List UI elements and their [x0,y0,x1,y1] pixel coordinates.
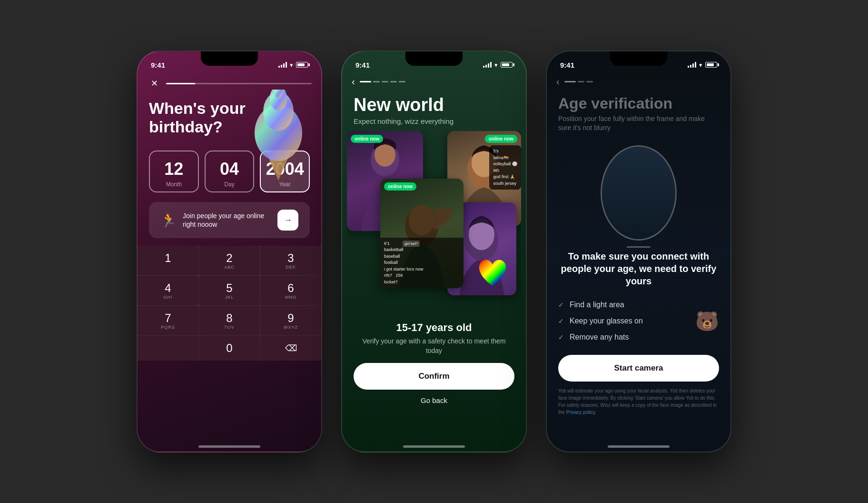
check-item-2: ✓ Keep your glasses on 🐻 [558,313,719,329]
age-title: 15-17 years old [354,322,514,334]
confirm-button[interactable]: Confirm [354,363,514,390]
close-button[interactable]: ✕ [147,76,161,91]
wifi-icon: ▾ [290,61,293,69]
face-oval-inner [602,147,675,239]
pdot-3 [382,81,388,82]
status-icons-2: ▾ [483,61,513,69]
ph3-pdot-2 [578,81,584,82]
progress-bar [166,83,312,84]
runner-emoji: 🏃 [160,212,177,228]
face-oval [601,145,677,241]
verify-main-text: To make sure you connect with people you… [558,250,719,287]
bottom-card-info: 6'1 girl bsf? basketballbaseballfootball… [380,238,464,289]
month-picker[interactable]: 12 Month [149,151,199,192]
key-5[interactable]: 5JKL [199,276,260,305]
new-world-subtitle: Expect nothing, wizz everything [342,117,526,131]
check-label-2: Keep your glasses on [570,317,643,325]
nav-bar-2: ‹ [342,72,526,91]
battery-icon-3 [705,62,717,68]
key-delete[interactable]: ⌫ [260,336,321,361]
check-label-1: Find a light area [570,301,624,309]
notch [201,51,258,66]
status-time-1: 9:41 [151,61,165,69]
ph3-pdot-3 [586,81,593,82]
key-empty [138,336,198,361]
back-button-2[interactable]: ‹ [352,76,355,87]
battery-icon-2 [501,62,513,68]
notch-3 [610,51,667,66]
nav-bar-3: ‹ [547,72,730,91]
key-3[interactable]: 3DEF [260,246,321,275]
wifi-icon-3: ▾ [699,61,702,69]
online-badge-3: online now [384,182,416,191]
key-4[interactable]: 4GHI [138,276,198,305]
home-indicator-3 [608,445,670,448]
pdot-5 [399,81,405,82]
check-icon-2: ✓ [558,317,564,325]
battery-icon [296,62,308,68]
key-2[interactable]: 2ABC [199,246,260,275]
bear-emoji: 🐻 [695,310,719,332]
notch-2 [405,51,463,66]
status-time-3: 9:41 [560,61,574,69]
back-button-3[interactable]: ‹ [556,76,560,87]
key-9[interactable]: 9WXYZ [260,306,321,335]
ph3-pdot-1 [564,81,576,82]
status-icons-3: ▾ [688,61,717,69]
progress-dots [360,81,405,82]
check-icon-1: ✓ [558,301,564,309]
keypad: 1 2ABC 3DEF 4GHI 5JKL 6MNO 7PQRS 8TUV 9W… [138,246,321,361]
key-6[interactable]: 6MNO [260,276,321,305]
verify-body: To make sure you connect with people you… [547,245,730,421]
ice-cream-decoration [240,90,316,185]
ph3-progress [564,81,593,82]
status-time-2: 9:41 [355,61,370,69]
signal-icon [278,62,287,68]
profile-card-3: online now 6'1 girl bsf? basketballbaseb… [380,179,464,288]
join-banner: 🏃 Join people your age online right nooo… [149,202,310,238]
key-8[interactable]: 8TUV [199,306,260,335]
next-button[interactable]: → [277,210,298,231]
profile-info-overlay: 5'slatina🏳️‍🌈volleyball 🏐9thgod first 🙏s… [489,145,521,190]
face-frame [547,141,730,245]
pdot-4 [390,81,397,82]
phone-birthday: 9:41 ▾ ✕ When's your birthday? [137,50,322,453]
phone-age-verification: 9:41 ▾ ‹ Age verification Position your … [546,50,731,453]
home-indicator-2 [403,445,465,448]
age-verification-subtitle: Position your face fully within the fram… [547,114,730,141]
key-1[interactable]: 1 [138,246,198,275]
signal-icon-3 [688,62,696,68]
age-verification-title: Age verification [547,91,730,114]
key-0[interactable]: 0 [199,336,260,361]
legal-text: Yoti will estimate your age using your f… [558,387,719,416]
phone-new-world: 9:41 ▾ ‹ New world Expect nothing, wizz … [341,50,527,453]
pdot-2 [373,81,380,82]
face-line [627,246,651,248]
go-back-button[interactable]: Go back [342,390,526,411]
key-7[interactable]: 7PQRS [138,306,198,335]
age-subtitle: Verify your age with a safety check to m… [354,337,514,355]
join-text: Join people your age online right nooow [183,211,272,229]
check-icon-3: ✓ [558,333,564,341]
privacy-link[interactable]: Privacy policy. [566,410,596,415]
status-icons-1: ▾ [278,61,308,69]
start-camera-button[interactable]: Start camera [558,355,719,382]
wifi-icon-2: ▾ [494,61,498,69]
verify-checklist: ✓ Find a light area ✓ Keep your glasses … [558,297,719,345]
photo-collage: online now online now 5'slatina🏳️‍🌈volle… [347,131,521,322]
age-section: 15-17 years old Verify your age with a s… [342,322,526,355]
rainbow-heart [473,255,512,293]
home-indicator [198,445,260,448]
online-badge-1: online now [351,135,383,143]
online-badge-2: online now [485,135,517,143]
pdot-1 [360,81,371,82]
check-label-3: Remove any hats [570,333,629,342]
signal-icon-2 [483,62,492,68]
new-world-title: New world [342,91,526,117]
